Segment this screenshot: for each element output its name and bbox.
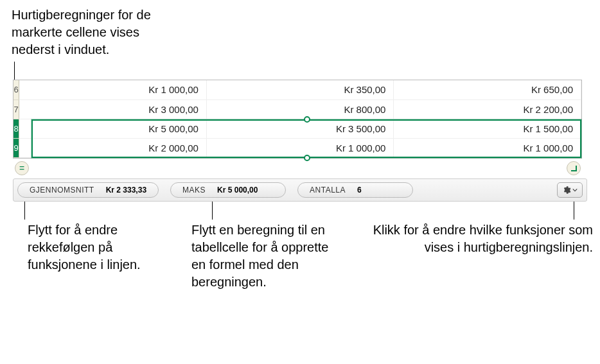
row-header[interactable]: 8 [13, 119, 19, 138]
calc-pill-average[interactable]: GJENNOMSNITT Kr 2 333,33 [17, 182, 159, 198]
cell[interactable]: Kr 5 000,00 [19, 119, 207, 138]
cell[interactable]: Kr 650,00 [394, 80, 581, 100]
callout-leader-line [212, 202, 213, 220]
configure-calculations-button[interactable] [557, 182, 583, 198]
calc-pill-count[interactable]: ANTALLA 6 [297, 182, 413, 198]
cell[interactable]: Kr 2 000,00 [19, 138, 207, 157]
callout-leader-line [574, 202, 574, 220]
calc-pill-max[interactable]: MAKS Kr 5 000,00 [170, 182, 286, 198]
callout-reorder-text: Flytt for å endre rekkefølgen på funksjo… [28, 221, 169, 273]
table-row: 8Kr 5 000,00Kr 3 500,00Kr 1 500,00 [13, 119, 581, 138]
table-row: 7Kr 3 000,00Kr 800,00Kr 2 200,00 [13, 100, 581, 119]
add-row-button[interactable]: = [15, 161, 29, 175]
gear-icon [562, 186, 571, 195]
cell[interactable]: Kr 2 200,00 [394, 100, 581, 119]
callout-leader-line [24, 202, 25, 220]
calc-label: GJENNOMSNITT [30, 186, 94, 195]
cell[interactable]: Kr 1 000,00 [206, 138, 394, 157]
callout-leader-line [14, 62, 15, 81]
equals-icon: = [19, 163, 24, 173]
corner-icon [570, 164, 578, 172]
chevron-down-icon [572, 187, 578, 193]
cell[interactable]: Kr 800,00 [206, 100, 394, 119]
add-column-button[interactable] [567, 161, 581, 175]
callout-drag-text: Flytt en beregning til en tabellcelle fo… [191, 221, 333, 291]
row-header[interactable]: 9 [13, 138, 19, 157]
callout-top-text: Hurtigberegninger for demarkerte cellene… [12, 6, 151, 58]
table-row: 6Kr 1 000,00Kr 350,00Kr 650,00 [13, 80, 581, 100]
cell[interactable]: Kr 3 000,00 [19, 100, 207, 119]
cell[interactable]: Kr 3 500,00 [206, 119, 394, 138]
row-header[interactable]: 7 [13, 100, 19, 119]
calc-label: ANTALLA [310, 186, 346, 195]
cell[interactable]: Kr 350,00 [206, 80, 394, 100]
calc-value: Kr 5 000,00 [217, 186, 258, 195]
calc-value: 6 [357, 186, 362, 195]
calc-value: Kr 2 333,33 [106, 186, 146, 195]
spreadsheet-table: 6Kr 1 000,00Kr 350,00Kr 650,007Kr 3 000,… [13, 80, 582, 159]
row-header[interactable]: 6 [13, 80, 19, 100]
callout-configure-text: Klikk for å endre hvilke funksjoner som … [349, 221, 593, 256]
cell[interactable]: Kr 1 000,00 [19, 80, 207, 100]
cell[interactable]: Kr 1 000,00 [394, 138, 581, 157]
quick-calculation-bar: GJENNOMSNITT Kr 2 333,33 MAKS Kr 5 000,0… [13, 178, 587, 202]
table-row: 9Kr 2 000,00Kr 1 000,00Kr 1 000,00 [13, 138, 581, 157]
cell[interactable]: Kr 1 500,00 [394, 119, 581, 138]
calc-label: MAKS [182, 186, 206, 195]
